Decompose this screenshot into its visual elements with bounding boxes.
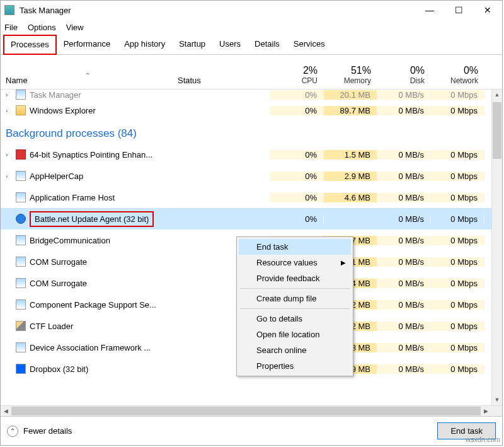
process-name: Battle.net Update Agent (32 bit): [30, 211, 154, 227]
cell-cpu: 0%: [270, 150, 324, 160]
cell-cpu: 0%: [270, 214, 324, 224]
cell-mem: 4.6 MB: [324, 193, 377, 202]
cell-cpu: 0%: [270, 106, 324, 115]
horizontal-scrollbar[interactable]: ◀ ▶: [1, 405, 502, 416]
process-name: Device Association Framework ...: [30, 343, 151, 352]
cell-disk: 0 MB/s: [377, 150, 431, 160]
cell-disk: 0 MB/s: [377, 193, 431, 202]
cell-net: 0 Mbps: [431, 322, 484, 331]
cell-mem: 89.7 MB: [324, 106, 377, 115]
scroll-thumb-h[interactable]: [11, 407, 481, 415]
table-row[interactable]: ›64-bit Synaptics Pointing Enhan...0%1.5…: [1, 144, 502, 165]
cell-disk: 0 MB/s: [377, 343, 431, 352]
cell-memory: 20.1 MB: [324, 90, 377, 100]
col-header-status[interactable]: Status: [174, 73, 270, 89]
process-icon: [16, 342, 26, 352]
ctx-go-to-details[interactable]: Go to details: [239, 311, 351, 327]
tab-users[interactable]: Users: [212, 35, 248, 55]
process-name: COM Surrogate: [30, 257, 87, 267]
table-row[interactable]: ›Application Frame Host0%4.6 MB0 MB/s0 M…: [1, 187, 502, 208]
ctx-end-task[interactable]: End task: [239, 239, 351, 255]
col-header-disk[interactable]: 0%Disk: [377, 62, 431, 89]
ctx-search-online[interactable]: Search online: [239, 342, 351, 358]
ctx-provide-feedback[interactable]: Provide feedback: [239, 270, 351, 286]
fewer-details-button[interactable]: ⌃ Fewer details: [7, 426, 72, 437]
col-header-name[interactable]: ⌃ Name: [1, 73, 174, 89]
tab-services[interactable]: Services: [287, 35, 332, 55]
cell-net: 0 Mbps: [431, 279, 484, 288]
close-button[interactable]: ✕: [473, 1, 502, 20]
menu-view[interactable]: View: [66, 23, 84, 32]
menu-separator: [240, 308, 350, 309]
ctx-open-file-location[interactable]: Open file location: [239, 327, 351, 342]
process-name: BridgeCommunication: [30, 236, 110, 245]
scroll-right-arrow-icon[interactable]: ▶: [481, 406, 491, 416]
cell-net: 0 Mbps: [431, 150, 484, 160]
menu-options[interactable]: Options: [28, 23, 56, 32]
col-header-network[interactable]: 0%Network: [431, 62, 484, 89]
process-icon: [16, 278, 26, 288]
cell-net: 0 Mbps: [431, 106, 484, 115]
cell-net: 0 Mbps: [431, 257, 484, 267]
process-icon: [16, 214, 26, 224]
cpu-label: CPU: [277, 76, 318, 85]
tab-processes[interactable]: Processes: [3, 35, 57, 55]
menu-separator: [240, 288, 350, 289]
cell-disk: 0 MB/s: [377, 90, 431, 100]
process-name: AppHelperCap: [30, 171, 83, 181]
minimize-button[interactable]: —: [415, 1, 444, 20]
app-icon: [4, 5, 14, 15]
context-menu: End task Resource values▶ Provide feedba…: [236, 236, 353, 376]
tab-app-history[interactable]: App history: [117, 35, 172, 55]
window-title: Task Manager: [20, 6, 415, 15]
tab-details[interactable]: Details: [248, 35, 287, 55]
mem-percent: 51%: [330, 65, 371, 76]
process-icon: [16, 192, 26, 202]
net-percent: 0%: [437, 65, 478, 76]
process-name: CTF Loader: [30, 322, 73, 331]
footer-bar: ⌃ Fewer details End task: [1, 416, 502, 445]
table-row[interactable]: ›AppHelperCap0%2.9 MB0 MB/s0 Mbps: [1, 165, 502, 187]
cell-network: 0 Mbps: [431, 90, 484, 100]
maximize-button[interactable]: ☐: [444, 1, 473, 20]
menu-bar: File Options View: [1, 20, 502, 35]
col-header-cpu[interactable]: 2%CPU: [270, 62, 324, 89]
expand-chevron-icon[interactable]: ›: [6, 151, 12, 158]
process-icon: [16, 171, 26, 181]
tab-startup[interactable]: Startup: [172, 35, 212, 55]
column-headers: ⌃ Name Status 2%CPU 51%Memory 0%Disk 0%N…: [1, 55, 502, 90]
expand-chevron-icon[interactable]: ›: [6, 107, 12, 114]
tab-performance[interactable]: Performance: [57, 35, 117, 55]
scroll-down-arrow-icon[interactable]: ▼: [492, 395, 502, 405]
cell-net: 0 Mbps: [431, 171, 484, 181]
cell-disk: 0 MB/s: [377, 364, 431, 374]
cell-disk: 0 MB/s: [377, 236, 431, 245]
scroll-thumb[interactable]: [493, 102, 501, 159]
cell-disk: 0 MB/s: [377, 171, 431, 181]
process-icon: [16, 299, 26, 310]
ctx-create-dump[interactable]: Create dump file: [239, 291, 351, 306]
cell-net: 0 Mbps: [431, 236, 484, 245]
menu-file[interactable]: File: [4, 23, 18, 32]
ctx-properties[interactable]: Properties: [239, 358, 351, 374]
cell-net: 0 Mbps: [431, 214, 484, 224]
disk-label: Disk: [384, 76, 425, 85]
expand-chevron-icon[interactable]: ›: [6, 173, 12, 180]
table-row[interactable]: ›Battle.net Update Agent (32 bit)0%0 MB/…: [1, 208, 502, 229]
process-name: Task Manager: [30, 90, 81, 100]
process-icon: [16, 364, 26, 374]
cell-disk: 0 MB/s: [377, 322, 431, 331]
process-name: 64-bit Synaptics Pointing Enhan...: [30, 150, 152, 160]
scroll-left-arrow-icon[interactable]: ◀: [1, 406, 11, 416]
cell-mem: 1.5 MB: [324, 150, 377, 160]
ctx-resource-values[interactable]: Resource values▶: [239, 255, 351, 270]
disk-percent: 0%: [384, 65, 425, 76]
col-header-memory[interactable]: 51%Memory: [324, 62, 377, 89]
watermark: wsxdn.com: [466, 436, 500, 443]
cell-net: 0 Mbps: [431, 343, 484, 352]
table-row[interactable]: ›Task Manager 0% 20.1 MB 0 MB/s 0 Mbps: [1, 90, 502, 100]
scroll-up-arrow-icon[interactable]: ▲: [492, 90, 502, 100]
process-icon: [16, 149, 26, 160]
vertical-scrollbar[interactable]: ▲ ▼: [491, 90, 502, 405]
table-row[interactable]: ›Windows Explorer0%89.7 MB0 MB/s0 Mbps: [1, 100, 502, 121]
